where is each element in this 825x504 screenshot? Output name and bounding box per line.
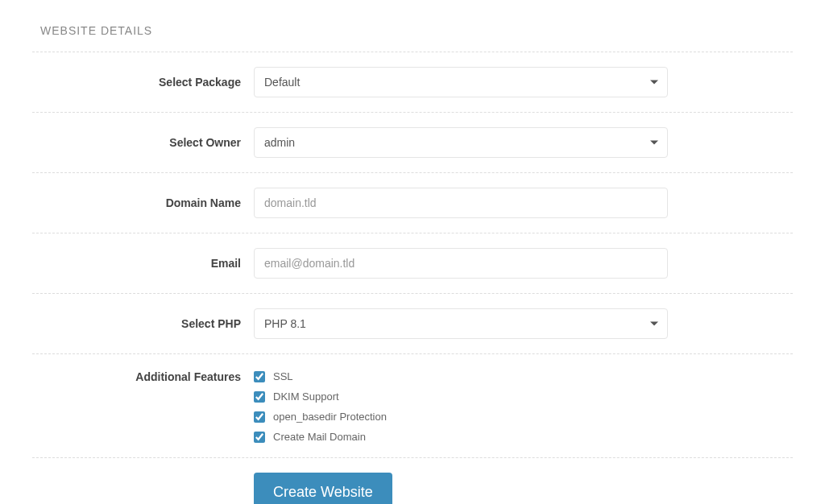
label-features: Additional Features (32, 369, 254, 383)
domain-input[interactable] (254, 188, 668, 218)
row-owner: Select Owner admin (32, 112, 793, 172)
create-website-button[interactable]: Create Website (254, 473, 392, 504)
checkbox-maildomain[interactable] (254, 432, 265, 443)
label-email: Email (32, 257, 254, 270)
row-domain: Domain Name (32, 172, 793, 233)
checkbox-dkim[interactable] (254, 391, 265, 403)
checkbox-openbasedir-label: open_basedir Protection (273, 411, 387, 423)
label-php: Select PHP (32, 317, 254, 330)
select-php[interactable]: PHP 8.1 (254, 308, 668, 339)
row-php: Select PHP PHP 8.1 (32, 293, 793, 353)
email-input[interactable] (254, 248, 668, 279)
check-row-ssl: SSL (254, 370, 793, 382)
label-owner: Select Owner (32, 136, 254, 149)
select-package[interactable]: Default (254, 67, 668, 97)
label-package: Select Package (32, 76, 254, 89)
row-submit: Create Website (32, 458, 793, 504)
checkbox-maildomain-label: Create Mail Domain (273, 431, 366, 443)
section-title: WEBSITE DETAILS (32, 0, 793, 52)
label-domain: Domain Name (32, 196, 254, 209)
row-email: Email (32, 233, 793, 293)
checkbox-ssl-label: SSL (273, 370, 293, 382)
row-features: Additional Features SSL DKIM Support ope… (32, 353, 793, 458)
select-owner[interactable]: admin (254, 127, 668, 158)
checkbox-openbasedir[interactable] (254, 411, 265, 423)
check-row-maildomain: Create Mail Domain (254, 431, 793, 443)
checkbox-ssl[interactable] (254, 371, 265, 382)
check-row-dkim: DKIM Support (254, 390, 793, 403)
checkbox-dkim-label: DKIM Support (273, 390, 339, 403)
check-row-openbasedir: open_basedir Protection (254, 411, 793, 423)
row-package: Select Package Default (32, 52, 793, 112)
